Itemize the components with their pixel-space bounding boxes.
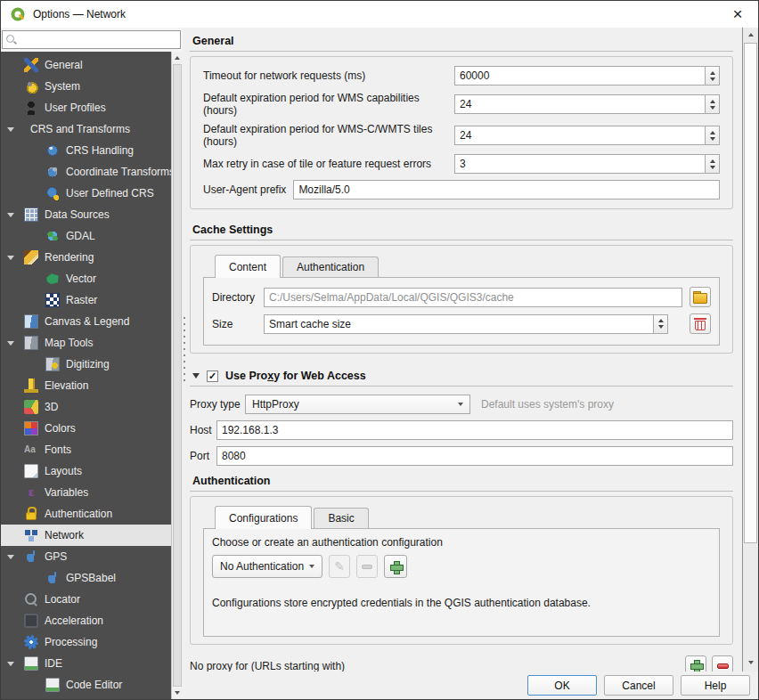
sidebar-item-coordinate-transforms[interactable]: Coordinate Transforms: [1, 161, 171, 183]
sidebar-item-locator[interactable]: Locator: [1, 589, 171, 610]
sidebar-item-colors[interactable]: Colors: [1, 418, 171, 439]
proxy-port-row: Port: [190, 446, 733, 466]
edit-config-button[interactable]: ✎: [329, 555, 350, 578]
scroll-up-icon[interactable]: [743, 28, 758, 42]
remove-config-button[interactable]: [356, 555, 378, 578]
sidebar-scrollbar-thumb[interactable]: [173, 64, 182, 687]
clear-cache-button[interactable]: [690, 313, 711, 334]
collapse-icon[interactable]: [192, 373, 200, 378]
folder-icon: [693, 291, 707, 304]
spinbox-input[interactable]: [454, 154, 705, 174]
auth-config-select[interactable]: No Authentication: [212, 555, 322, 578]
spinbox-buttons[interactable]: [653, 314, 668, 334]
sidebar-item-acceleration[interactable]: Acceleration: [1, 610, 171, 631]
sidebar-item-label: Vector: [66, 273, 96, 285]
spinbox-buttons[interactable]: [705, 154, 720, 174]
sidebar-item-label: Authentication: [45, 508, 112, 520]
expander-icon[interactable]: [7, 127, 14, 132]
user-agent-input[interactable]: [293, 180, 720, 199]
spinbox-input[interactable]: [454, 126, 705, 145]
sidebar-item-gpsbabel[interactable]: GPSBabel: [1, 567, 171, 589]
sidebar-item-data-sources[interactable]: Data Sources: [1, 204, 171, 225]
sidebar-item-label: Layouts: [45, 465, 82, 477]
expander-icon[interactable]: [7, 256, 14, 260]
sidebar-item-map-tools[interactable]: Map Tools: [1, 332, 171, 354]
sidebar-item-digitizing[interactable]: Digitizing: [1, 354, 171, 375]
add-icon: [390, 561, 402, 573]
scroll-down-icon[interactable]: [743, 655, 758, 670]
auth-tab-configurations[interactable]: Configurations: [215, 506, 312, 529]
content-scrollbar-thumb[interactable]: [744, 43, 757, 543]
data-sources-icon: [24, 208, 38, 222]
sidebar-item-ide[interactable]: IDE: [1, 653, 171, 674]
proxy-type-label: Proxy type: [190, 398, 245, 411]
cache-directory-input[interactable]: [264, 288, 682, 307]
sidebar-item-network[interactable]: Network: [1, 525, 171, 546]
sidebar-scrollbar[interactable]: [171, 52, 183, 699]
cache-size-spinbox[interactable]: [264, 314, 668, 334]
sidebar-item-variables[interactable]: Variables: [1, 482, 171, 503]
host-label: Host: [190, 424, 216, 436]
sidebar-item-vector[interactable]: Vector: [1, 268, 171, 289]
expander-icon[interactable]: [7, 213, 14, 217]
spinbox-input[interactable]: [454, 94, 705, 114]
scroll-up-icon[interactable]: [172, 52, 183, 64]
sidebar-item-user-profiles[interactable]: User Profiles: [1, 97, 171, 118]
sidebar-item-processing[interactable]: Processing: [1, 631, 171, 653]
sidebar-item-raster[interactable]: Raster: [1, 289, 171, 311]
authentication-frame: ConfigurationsBasic Choose or create an …: [190, 496, 733, 645]
use-proxy-checkbox[interactable]: ✓: [207, 370, 218, 382]
sidebar-item-3d[interactable]: 3D: [1, 396, 171, 418]
sidebar-item-gdal[interactable]: GDAL: [1, 225, 171, 247]
sidebar-item-code-editor[interactable]: Code Editor: [1, 674, 171, 696]
ok-button[interactable]: OK: [527, 675, 597, 696]
sidebar-item-authentication[interactable]: Authentication: [1, 503, 171, 525]
spinbox-buttons[interactable]: [705, 66, 720, 85]
add-config-button[interactable]: [384, 555, 407, 578]
fonts-icon: [24, 443, 38, 457]
expander-icon[interactable]: [7, 662, 14, 666]
sidebar-item-layouts[interactable]: Layouts: [1, 460, 171, 482]
cache-tab-authentication[interactable]: Authentication: [282, 256, 379, 277]
proxy-port-input[interactable]: [216, 446, 733, 466]
auth-tab-basic[interactable]: Basic: [314, 508, 368, 528]
add-url-button[interactable]: [685, 655, 706, 672]
sidebar-item-crs-and-transforms[interactable]: CRS and Transforms: [1, 118, 171, 140]
splitter-handle[interactable]: [183, 317, 186, 384]
search-icon: [6, 35, 14, 43]
expander-icon[interactable]: [7, 341, 14, 346]
coordinate-transforms-icon: [45, 165, 60, 179]
spinbox-buttons[interactable]: [705, 94, 720, 114]
spinbox[interactable]: [454, 154, 720, 174]
cache-tab-content[interactable]: Content: [215, 255, 281, 278]
sidebar-item-fonts[interactable]: Fonts: [1, 439, 171, 460]
cancel-button[interactable]: Cancel: [604, 675, 673, 696]
sidebar-item-elevation[interactable]: Elevation: [1, 375, 171, 396]
browse-directory-button[interactable]: [690, 287, 711, 307]
sidebar-item-crs-handling[interactable]: CRS Handling: [1, 140, 171, 161]
authentication-icon: [24, 507, 38, 521]
search-input[interactable]: [2, 30, 181, 49]
no-proxy-label: No proxy for (URLs starting with): [190, 660, 345, 672]
sidebar-item-system[interactable]: System: [1, 76, 171, 97]
proxy-type-select[interactable]: HttpProxy: [245, 395, 470, 414]
ide-icon: [24, 656, 38, 671]
close-icon[interactable]: ×: [726, 4, 749, 24]
spinbox[interactable]: [454, 126, 720, 145]
expander-icon[interactable]: [7, 555, 14, 559]
sidebar-item-rendering[interactable]: Rendering: [1, 247, 171, 268]
sidebar-item-canvas-legend[interactable]: Canvas & Legend: [1, 311, 171, 332]
content-scrollbar[interactable]: [743, 28, 758, 672]
scroll-down-icon[interactable]: [172, 687, 183, 699]
sidebar-item-general[interactable]: General: [1, 54, 171, 76]
cache-size-input[interactable]: [264, 314, 653, 334]
remove-url-button[interactable]: [712, 655, 733, 672]
proxy-host-input[interactable]: [216, 420, 733, 440]
help-button[interactable]: Help: [681, 675, 750, 696]
spinbox-buttons[interactable]: [705, 126, 720, 145]
spinbox[interactable]: [454, 66, 720, 85]
sidebar-item-user-defined-crs[interactable]: User Defined CRS: [1, 183, 171, 204]
spinbox-input[interactable]: [454, 66, 705, 85]
sidebar-item-gps[interactable]: GPS: [1, 546, 171, 567]
spinbox[interactable]: [454, 94, 720, 114]
